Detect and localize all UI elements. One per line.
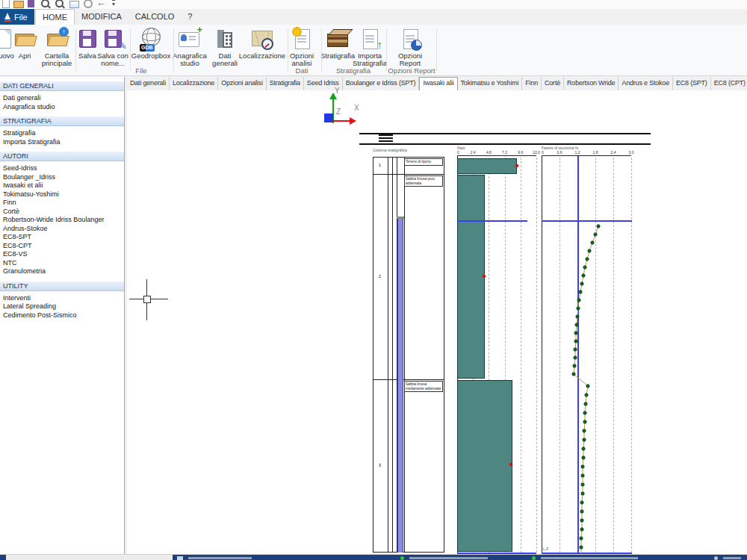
app-logo-icon: [4, 13, 11, 22]
statusbar-text-block: [723, 557, 741, 559]
save-as-icon: [100, 26, 125, 52]
sidebar: DATI GENERALIDati generaliAnagrafica stu…: [0, 77, 125, 554]
doc-tab-dati-generali[interactable]: Dati generali: [127, 77, 170, 90]
geodropbox-icon: [138, 26, 164, 52]
new-document-icon[interactable]: [2, 0, 10, 8]
sidebar-item-dati-generali[interactable]: Dati generali: [3, 94, 124, 103]
dropdown-caret-icon[interactable]: ▾: [112, 0, 115, 8]
statusbar-green-dot: [400, 556, 404, 560]
doc-tab-boulanger-e-idriss-spt[interactable]: Boulanger e Idriss (SPT): [343, 77, 420, 90]
sidebar-item-andrus-stokoe[interactable]: Andrus-Stokoe: [3, 225, 124, 234]
file-menu-button[interactable]: File: [0, 9, 34, 25]
menu-tabs: HOMEMODIFICACALCOLO?: [35, 9, 199, 25]
ribbon: NuovoApriCartella principaleSalvaSalva c…: [0, 25, 747, 76]
doc-tab-ec8-cpt[interactable]: EC8 (CPT): [711, 77, 747, 90]
doc-tab-localizzazione[interactable]: Localizzazione: [170, 77, 218, 90]
ribbon-button-geodropbox[interactable]: Geodropbox: [127, 26, 175, 60]
sidebar-item-ntc[interactable]: NTC: [3, 259, 124, 268]
sidebar-item-robertson-wride-idriss-boulanger[interactable]: Robertson-Wride Idriss Boulanger: [3, 216, 124, 225]
circle-icon[interactable]: [84, 0, 93, 8]
sidebar-item-cedimento-post-sismico[interactable]: Cedimento Post-Sismico: [3, 311, 124, 320]
ribbon-group-divider: [75, 29, 76, 71]
importa-stratigrafia-icon: [357, 26, 382, 52]
doc-tab-ec8-spt[interactable]: EC8 (SPT): [673, 77, 711, 90]
ribbon-button-label: Apri: [11, 52, 38, 60]
sidebar-section-header-autori: AUTORI: [0, 151, 124, 161]
ribbon-button-apri[interactable]: Apri: [11, 26, 38, 60]
doc-tab-stratigrafia[interactable]: Stratigrafia: [267, 77, 304, 90]
localizzazione-icon: [249, 26, 275, 52]
sidebar-item-ec8-spt[interactable]: EC8-SPT: [3, 233, 124, 242]
sidebar-section-header-utility: UTILITY: [0, 281, 124, 291]
sidebar-item-seed-idriss[interactable]: Seed-Idriss: [3, 164, 124, 173]
sidebar-item-ec8-vs[interactable]: EC8-VS: [3, 250, 124, 259]
statusbar-text-block: [409, 557, 488, 559]
ribbon-button-anagrafica-studio[interactable]: Anagrafica studio: [169, 26, 211, 67]
menu-tab-home[interactable]: HOME: [35, 9, 75, 25]
stratigrafia-icon: [325, 26, 350, 52]
drawing-canvas[interactable]: [127, 90, 747, 554]
opzioni-analisi-icon: [289, 26, 314, 52]
open-folder-icon: [12, 26, 37, 52]
sidebar-section-header-dati-generali: DATI GENERALI: [0, 81, 124, 91]
sidebar-item-granulometria[interactable]: Granulometria: [3, 267, 124, 276]
sidebar-section-items: InterventiLateral SpreadingCedimento Pos…: [0, 291, 124, 321]
sidebar-section-items: StratigrafiaImporta Stratigrafia: [0, 126, 124, 147]
doc-tab-cort[interactable]: Cortè: [542, 77, 564, 90]
dati-generali-icon: [212, 26, 238, 52]
open-folder-icon[interactable]: [13, 1, 24, 8]
sidebar-item-lateral-spreading[interactable]: Lateral Spreading: [3, 302, 124, 311]
undo-arrow-icon[interactable]: ←: [96, 0, 106, 7]
ribbon-button-label: Anagrafica studio: [169, 52, 211, 67]
doc-tab-finn[interactable]: Finn: [522, 77, 542, 90]
menu-tab-calcolo[interactable]: CALCOLO: [128, 9, 182, 24]
sidebar-item-stratigrafia[interactable]: Stratigrafia: [3, 129, 124, 138]
sidebar-item-finn[interactable]: Finn: [3, 199, 124, 208]
sidebar-item-iwasaki-et-alii[interactable]: Iwasaki et alii: [3, 181, 124, 190]
menu-tab-modifica[interactable]: MODIFICA: [75, 9, 128, 24]
ribbon-button-label: Opzioni Report: [391, 52, 429, 67]
ribbon-button-opzioni-report[interactable]: Opzioni Report: [391, 26, 429, 67]
ribbon-group-divider: [436, 29, 437, 71]
ribbon-button-label: Geodropbox: [127, 52, 175, 60]
sidebar-item-ec8-cpt[interactable]: EC8-CPT: [3, 242, 124, 251]
grid-icon[interactable]: [69, 1, 79, 8]
doc-tab-andrus-e-stokoe[interactable]: Andrus e Stokoe: [619, 77, 673, 90]
ribbon-group-divider: [288, 29, 288, 71]
menu-tab-[interactable]: ?: [181, 9, 199, 24]
ribbon-group-label-stratigrafia: Stratigrafia: [336, 66, 371, 75]
ribbon-button-opzioni-analisi[interactable]: Opzioni analisi: [285, 26, 318, 67]
doc-tab-seed-idriss[interactable]: Seed Idriss: [304, 77, 343, 90]
save-icon[interactable]: [28, 0, 34, 7]
sidebar-item-importa-stratigrafia[interactable]: Importa Stratigrafia: [3, 138, 124, 147]
sidebar-section-items: Seed-IdrissBoulanger _IdrissIwasaki et a…: [0, 161, 124, 277]
statusbar-corner-block: [0, 555, 6, 560]
sidebar-item-tokimatsu-yoshimi[interactable]: Tokimatsu-Yoshimi: [3, 190, 124, 199]
sidebar-item-cort[interactable]: Cortè: [3, 208, 124, 217]
ribbon-button-label: Localizzazione: [236, 52, 288, 60]
zoom-in-icon[interactable]: [41, 0, 49, 7]
sidebar-item-boulanger-idriss[interactable]: Boulanger _Idriss: [3, 173, 124, 182]
ribbon-button-importa-stratigrafia[interactable]: Importa Stratigrafia: [350, 26, 389, 67]
folder-up-icon: [44, 26, 69, 52]
sidebar-item-anagrafica-studio[interactable]: Anagrafica studio: [3, 103, 124, 112]
sidebar-section-header-stratigrafia: STRATIGRAFIA: [0, 116, 124, 126]
statusbar-icon: [177, 556, 183, 560]
ribbon-button-cartella-principale[interactable]: Cartella principale: [37, 26, 76, 67]
doc-tab-opzioni-analisi[interactable]: Opzioni analisi: [218, 77, 267, 90]
ribbon-group-divider: [321, 29, 322, 71]
quick-access-toolbar: ← ▾: [0, 0, 747, 9]
doc-tab-robertson-wride[interactable]: Robertson Wride: [564, 77, 619, 90]
zoom-out-icon[interactable]: [55, 0, 63, 7]
ribbon-group-divider: [173, 29, 174, 71]
status-bar: [0, 554, 747, 560]
doc-tab-tokimatsu-e-yoshimi[interactable]: Tokimatsu e Yoshimi: [458, 77, 523, 90]
ribbon-group-divider: [130, 29, 131, 71]
ribbon-button-label: Opzioni analisi: [285, 52, 318, 67]
ribbon-group-label-dati: Dati: [296, 66, 309, 75]
sidebar-item-interventi[interactable]: Interventi: [3, 294, 124, 303]
menubar: File HOMEMODIFICACALCOLO?: [0, 9, 747, 25]
doc-tab-iwasaki-alii[interactable]: Iwasaki alii: [419, 77, 457, 91]
ribbon-button-localizzazione[interactable]: Localizzazione: [236, 26, 288, 60]
statusbar-main: [173, 555, 747, 560]
